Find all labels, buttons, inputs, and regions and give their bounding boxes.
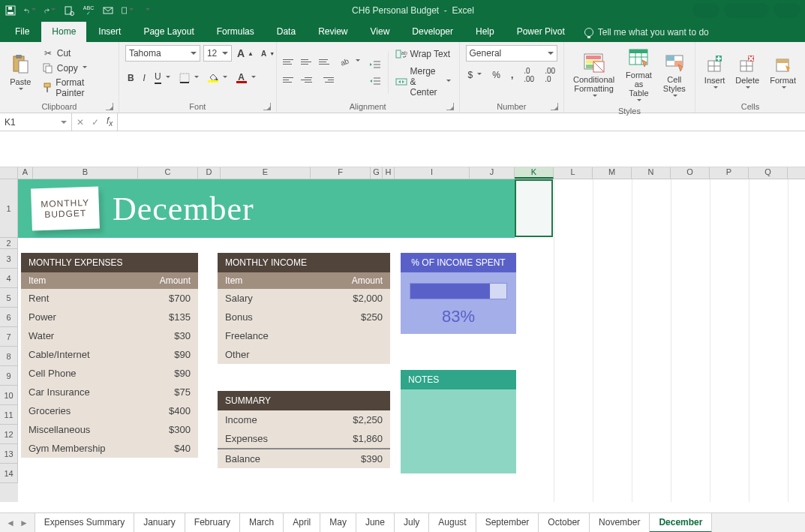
sheet-tab-november[interactable]: November [590, 513, 650, 533]
enter-icon[interactable]: ✓ [92, 117, 99, 128]
cell-styles-button[interactable]: CellStyles [660, 50, 689, 101]
undo-icon[interactable] [24, 5, 36, 17]
font-name-combo[interactable]: Tahoma [125, 45, 200, 62]
notes-body[interactable] [401, 389, 516, 473]
copy-button[interactable]: Copy [40, 62, 113, 75]
sheet-nav-prev-icon[interactable]: ◄ [6, 518, 15, 528]
save-icon[interactable] [5, 5, 17, 17]
sheet-tab-june[interactable]: June [356, 513, 395, 533]
accounting-format-button[interactable]: $ [466, 66, 485, 84]
sheet-tab-september[interactable]: September [476, 513, 539, 533]
table-row[interactable]: Water$30 [21, 326, 198, 345]
col-header-H[interactable]: H [383, 167, 395, 179]
name-box[interactable]: K1 [0, 113, 72, 131]
row-header-8[interactable]: 8 [0, 347, 18, 366]
tab-view[interactable]: View [360, 22, 401, 42]
col-header-P[interactable]: P [710, 167, 749, 179]
sheet-tab-august[interactable]: August [429, 513, 476, 533]
sheet-tab-january[interactable]: January [134, 513, 185, 533]
table-row[interactable]: Bonus$250 [218, 308, 390, 326]
col-header-M[interactable]: M [593, 167, 632, 179]
table-row[interactable]: Other [218, 345, 390, 364]
table-row[interactable]: Salary$2,000 [218, 289, 390, 308]
row-header-5[interactable]: 5 [0, 288, 18, 308]
row-header-14[interactable]: 14 [0, 464, 18, 483]
col-header-L[interactable]: L [554, 167, 593, 179]
table-row[interactable]: Income$2,250 [218, 410, 390, 429]
merge-center-button[interactable]: Merge & Center [393, 65, 453, 98]
align-center-button[interactable] [301, 73, 316, 86]
decrease-font-icon[interactable]: A▼ [259, 49, 277, 59]
active-cell[interactable] [515, 179, 553, 237]
sheet-nav-next-icon[interactable]: ► [20, 518, 29, 528]
tab-data[interactable]: Data [266, 22, 306, 42]
tab-file[interactable]: File [5, 22, 40, 42]
sheet-tab-july[interactable]: July [395, 513, 429, 533]
insert-cells-button[interactable]: Insert [701, 53, 728, 92]
table-row[interactable]: Car Insurance$75 [21, 383, 198, 401]
sheet-tab-april[interactable]: April [284, 513, 320, 533]
dialog-launcher-icon[interactable] [551, 103, 558, 110]
number-format-combo[interactable]: General [466, 45, 557, 62]
tab-formulas[interactable]: Formulas [206, 22, 265, 42]
tab-power-pivot[interactable]: Power Pivot [506, 22, 575, 42]
increase-decimal-button[interactable]: .0.00 [521, 66, 536, 84]
col-header-F[interactable]: F [311, 167, 371, 179]
new-icon[interactable] [122, 5, 134, 17]
format-as-table-button[interactable]: Format asTable [622, 45, 656, 105]
align-middle-button[interactable] [301, 55, 316, 68]
increase-font-icon[interactable]: A▲ [235, 47, 256, 60]
decrease-decimal-button[interactable]: .00.0 [542, 66, 557, 84]
sheet-tab-expenses-summary[interactable]: Expenses Summary [35, 513, 134, 533]
col-header-B[interactable]: B [33, 167, 138, 179]
table-row[interactable]: Cable/Internet$90 [21, 345, 198, 364]
tab-insert[interactable]: Insert [88, 22, 131, 42]
col-header-O[interactable]: O [671, 167, 710, 179]
col-header-J[interactable]: J [470, 167, 515, 179]
underline-button[interactable]: U [152, 71, 173, 85]
col-header-D[interactable]: D [198, 167, 221, 179]
table-row[interactable]: Expenses$1,860 [218, 429, 390, 448]
tab-home[interactable]: Home [41, 22, 86, 42]
redo-icon[interactable] [44, 5, 56, 17]
conditional-formatting-button[interactable]: ConditionalFormatting [570, 50, 617, 101]
table-row[interactable]: Power$135 [21, 308, 198, 326]
sheet-tab-february[interactable]: February [185, 513, 240, 533]
cut-button[interactable]: ✂Cut [40, 47, 113, 60]
sheet-tab-march[interactable]: March [240, 513, 284, 533]
dialog-launcher-icon[interactable] [446, 103, 454, 110]
col-header-I[interactable]: I [395, 167, 470, 179]
table-row[interactable]: Rent$700 [21, 289, 198, 308]
row-header-12[interactable]: 12 [0, 425, 18, 444]
align-left-button[interactable] [283, 73, 298, 86]
row-header-13[interactable]: 13 [0, 444, 18, 464]
col-header-C[interactable]: C [138, 167, 198, 179]
borders-button[interactable] [177, 72, 201, 84]
percent-format-button[interactable]: % [490, 66, 503, 84]
row-header-10[interactable]: 10 [0, 386, 18, 405]
increase-indent-button[interactable] [367, 75, 383, 87]
dialog-launcher-icon[interactable] [263, 103, 271, 110]
cancel-icon[interactable]: ✕ [77, 117, 84, 128]
col-header-G[interactable]: G [371, 167, 383, 179]
row-header-4[interactable]: 4 [0, 269, 18, 288]
bold-button[interactable]: B [125, 72, 137, 84]
row-header-2[interactable]: 2 [0, 238, 18, 249]
table-row[interactable]: Groceries$400 [21, 401, 198, 420]
row-header-1[interactable]: 1 [0, 179, 18, 238]
tab-developer[interactable]: Developer [401, 22, 464, 42]
row-header-11[interactable]: 11 [0, 405, 18, 425]
delete-cells-button[interactable]: Delete [732, 53, 762, 92]
col-header-N[interactable]: N [632, 167, 671, 179]
tab-help[interactable]: Help [465, 22, 505, 42]
table-row[interactable]: Miscellaneous$300 [21, 420, 198, 439]
align-bottom-button[interactable] [319, 55, 334, 68]
select-all-corner[interactable] [0, 167, 18, 179]
decrease-indent-button[interactable] [367, 59, 383, 71]
orientation-button[interactable]: ab [337, 55, 362, 68]
comma-format-button[interactable]: , [509, 66, 515, 84]
email-icon[interactable] [102, 5, 114, 17]
font-size-combo[interactable]: 12 [203, 45, 232, 62]
italic-button[interactable]: I [141, 72, 148, 84]
align-right-button[interactable] [319, 73, 334, 86]
